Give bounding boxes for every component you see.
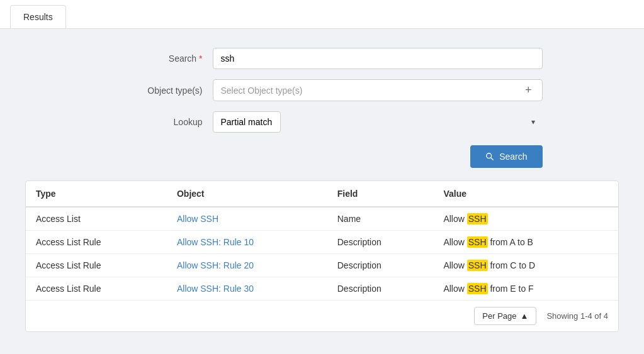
cell-type: Access List Rule — [26, 231, 167, 254]
cell-field: Name — [327, 207, 434, 231]
cell-object[interactable]: Allow SSH: Rule 10 — [167, 231, 327, 254]
object-link[interactable]: Allow SSH — [177, 214, 218, 224]
main-content: Search * Object type(s) Select Object ty… — [0, 29, 644, 351]
search-icon — [485, 152, 494, 161]
search-btn-row: Search — [102, 145, 543, 168]
table-row: Access List RuleAllow SSH: Rule 30Descri… — [26, 277, 618, 301]
cell-field: Description — [327, 254, 434, 277]
col-object: Object — [167, 181, 327, 207]
cell-object[interactable]: Allow SSH — [167, 207, 327, 231]
lookup-select[interactable]: Partial match Exact match — [213, 111, 281, 133]
tab-bar: Results — [0, 0, 644, 29]
showing-text: Showing 1-4 of 4 — [546, 311, 608, 321]
table-row: Access ListAllow SSHNameAllow SSH — [26, 207, 618, 231]
results-table: Type Object Field Value Access ListAllow… — [26, 181, 618, 300]
tab-results[interactable]: Results — [10, 5, 66, 28]
highlight-text: SSH — [467, 283, 488, 294]
cell-object[interactable]: Allow SSH: Rule 30 — [167, 277, 327, 301]
add-object-type-button[interactable]: + — [523, 84, 534, 97]
results-table-container: Type Object Field Value Access ListAllow… — [25, 180, 619, 332]
object-link[interactable]: Allow SSH: Rule 20 — [177, 260, 254, 270]
chevron-down-icon: ▾ — [531, 118, 535, 126]
col-field: Field — [327, 181, 434, 207]
cell-field: Description — [327, 231, 434, 254]
object-type-row: Object type(s) Select Object type(s) + — [102, 79, 543, 101]
cell-field: Description — [327, 277, 434, 301]
lookup-select-wrapper: Partial match Exact match ▾ — [213, 111, 543, 133]
form-section: Search * Object type(s) Select Object ty… — [102, 48, 543, 133]
highlight-text: SSH — [467, 260, 488, 271]
per-page-label: Per Page — [482, 311, 516, 321]
cell-value: Allow SSH from E to F — [433, 277, 618, 301]
table-row: Access List RuleAllow SSH: Rule 20Descri… — [26, 254, 618, 277]
highlight-text: SSH — [467, 236, 488, 248]
svg-line-1 — [491, 158, 494, 160]
cell-value: Allow SSH — [433, 207, 618, 231]
highlight-text: SSH — [467, 213, 488, 224]
table-header-row: Type Object Field Value — [26, 181, 618, 207]
search-row: Search * — [102, 48, 543, 69]
cell-object[interactable]: Allow SSH: Rule 20 — [167, 254, 327, 277]
object-type-label: Object type(s) — [102, 86, 203, 96]
cell-type: Access List Rule — [26, 277, 167, 301]
per-page-chevron-icon: ▲ — [521, 311, 529, 321]
object-type-placeholder: Select Object type(s) — [221, 86, 523, 96]
search-button[interactable]: Search — [470, 145, 542, 168]
col-value: Value — [433, 181, 618, 207]
search-label: Search * — [102, 53, 203, 64]
cell-type: Access List Rule — [26, 254, 167, 277]
object-link[interactable]: Allow SSH: Rule 10 — [177, 237, 254, 247]
lookup-row: Lookup Partial match Exact match ▾ — [102, 111, 543, 133]
cell-value: Allow SSH from C to D — [433, 254, 618, 277]
table-footer: Per Page ▲ Showing 1-4 of 4 — [26, 300, 618, 331]
col-type: Type — [26, 181, 167, 207]
lookup-label: Lookup — [102, 117, 203, 127]
table-row: Access List RuleAllow SSH: Rule 10Descri… — [26, 231, 618, 254]
per-page-button[interactable]: Per Page ▲ — [474, 307, 536, 325]
search-input[interactable] — [213, 48, 543, 69]
cell-type: Access List — [26, 207, 167, 231]
object-link[interactable]: Allow SSH: Rule 30 — [177, 284, 254, 294]
cell-value: Allow SSH from A to B — [433, 231, 618, 254]
object-type-select[interactable]: Select Object type(s) + — [213, 79, 543, 101]
